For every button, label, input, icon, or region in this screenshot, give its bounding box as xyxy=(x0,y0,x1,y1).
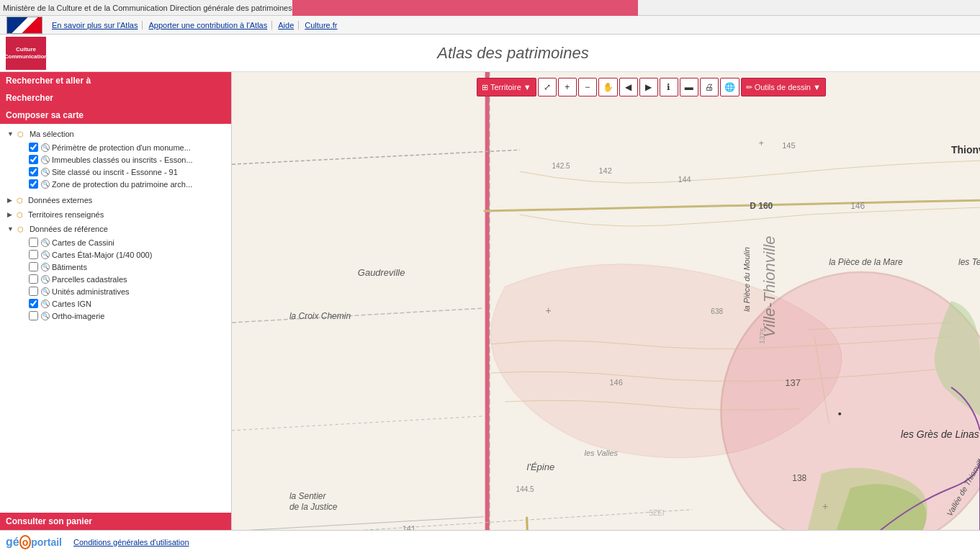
sidebar-tree-ma-selection[interactable]: ▼ ⬡ Ma sélection xyxy=(0,127,231,141)
svg-text:+: + xyxy=(545,305,551,316)
svg-text:Ville-Thionville: Ville-Thionville xyxy=(760,235,778,337)
ref-item-etatmajor[interactable]: 🔍 Cartes État-Major (1/40 000) xyxy=(0,248,231,261)
app-title: Atlas des patrimoines xyxy=(52,44,974,63)
ref-item-ortho-label: Ortho-imagerie xyxy=(52,312,104,320)
ref-item-cadastre[interactable]: 🔍 Parcelles cadastrales xyxy=(0,273,231,285)
checkbox-cassini[interactable] xyxy=(29,238,38,247)
republic-logo xyxy=(6,17,42,34)
svg-text:les Grès de Linas: les Grès de Linas xyxy=(901,428,979,440)
ref-item-unites[interactable]: 🔍 Unités administratives xyxy=(0,285,231,297)
territoire-icon: ⊞ xyxy=(482,83,488,92)
selection-item-label-0: Périmètre de protection d'un monume... xyxy=(52,143,191,152)
sidebar-ma-selection-label: Ma sélection xyxy=(30,130,74,138)
checkbox-site[interactable] xyxy=(29,167,38,176)
svg-point-52 xyxy=(838,413,841,415)
svg-text:146: 146 xyxy=(850,201,865,211)
map-canvas[interactable]: + + + Gaudreville la Croix Chemin Thionv… xyxy=(232,72,980,530)
geoportail-logo: gé o portail xyxy=(6,535,62,549)
search-icon-0: 🔍 xyxy=(41,143,50,152)
conditions-link[interactable]: Conditions générales d'utilisation xyxy=(73,538,189,547)
nav-link-aide[interactable]: Aide xyxy=(274,21,299,30)
checkbox-cadastre[interactable] xyxy=(29,274,38,284)
svg-text:la Pièce du Moulin: la Pièce du Moulin xyxy=(742,247,751,312)
selection-item-label-1: Immeubles classés ou inscrits - Esson... xyxy=(52,156,193,164)
expand-icon-externes: ▶ xyxy=(7,197,12,204)
next-button[interactable]: ▶ xyxy=(639,78,658,96)
extent-button[interactable]: ⤢ xyxy=(538,78,557,96)
pan-button[interactable]: ✋ xyxy=(598,78,618,96)
checkbox-etatmajor[interactable] xyxy=(29,250,38,259)
checkbox-ortho[interactable] xyxy=(29,311,38,320)
outils-dessin-button[interactable]: ✏ Outils de dessin ▼ xyxy=(741,78,826,96)
measure-button[interactable]: ▬ xyxy=(680,78,698,96)
territoire-button[interactable]: ⊞ Territoire ▼ xyxy=(477,78,536,96)
expand-icon-reference: ▼ xyxy=(7,225,14,233)
info-button[interactable]: ℹ xyxy=(660,78,678,96)
sidebar-donnees-reference[interactable]: ▼ ⬡ Données de référence xyxy=(0,222,231,236)
sidebar-selection-section: ▼ ⬡ Ma sélection 🔍 Périmètre de protecti… xyxy=(0,124,231,193)
sidebar-donnees-externes[interactable]: ▶ ⬡ Données externes xyxy=(0,193,231,207)
ref-item-ign[interactable]: 🔍 Cartes IGN xyxy=(0,297,231,310)
main-layout: Rechercher et aller à Rechercher Compose… xyxy=(0,72,980,530)
sidebar-composer[interactable]: Composer sa carte xyxy=(0,107,231,124)
geo-o-circle: o xyxy=(19,535,32,549)
checkbox-ign[interactable] xyxy=(29,299,38,308)
folder-icon-reference: ⬡ xyxy=(15,223,27,235)
map-area[interactable]: ⊞ Territoire ▼ ⤢ + − ✋ ◀ ▶ ℹ ▬ 🖨 🌐 ✏ Out… xyxy=(232,72,980,530)
sidebar-donnees-reference-label: Données de référence xyxy=(30,225,108,233)
ref-item-etatmajor-label: Cartes État-Major (1/40 000) xyxy=(52,251,152,259)
search-icon-unites: 🔍 xyxy=(41,287,50,296)
folder-icon-territoires: ⬡ xyxy=(14,209,25,220)
ref-item-batiments[interactable]: 🔍 Bâtiments xyxy=(0,261,231,273)
ministry-logo-text: Culture Communication xyxy=(4,46,48,60)
checkbox-batiments[interactable] xyxy=(29,262,38,271)
checkbox-unites[interactable] xyxy=(29,287,38,296)
svg-text:142: 142 xyxy=(599,166,612,175)
globe-button[interactable]: 🌐 xyxy=(720,78,740,96)
ref-item-batiments-label: Bâtiments xyxy=(52,263,87,271)
nav-bar: En savoir plus sur l'Atlas Apporter une … xyxy=(0,16,980,35)
search-icon-2: 🔍 xyxy=(41,168,50,176)
search-icon-etatmajor: 🔍 xyxy=(41,251,50,259)
sidebar-rechercher[interactable]: Rechercher xyxy=(0,89,231,107)
sidebar-rechercher-aller[interactable]: Rechercher et aller à xyxy=(0,72,231,89)
selection-item-label-3: Zone de protection du patrimoine arch... xyxy=(52,180,192,189)
zoom-out-button[interactable]: − xyxy=(578,78,597,96)
logo-flag xyxy=(6,16,43,35)
ref-item-ortho[interactable]: 🔍 Ortho-imagerie xyxy=(0,310,231,322)
svg-text:5ZEI: 5ZEI xyxy=(649,509,664,517)
territoire-arrow: ▼ xyxy=(523,83,531,91)
svg-text:+: + xyxy=(822,500,828,512)
zoom-in-button[interactable]: + xyxy=(558,78,577,96)
nav-link-culture[interactable]: Culture.fr xyxy=(300,21,341,30)
checkbox-perimetre[interactable] xyxy=(29,143,38,152)
checkbox-immeubles[interactable] xyxy=(29,155,38,164)
top-bar-accent xyxy=(292,0,638,16)
nav-link-contribution[interactable]: Apporter une contribution à l'Atlas xyxy=(144,21,272,30)
territoire-label: Territoire xyxy=(490,83,521,91)
prev-button[interactable]: ◀ xyxy=(619,78,638,96)
geo-g: gé xyxy=(6,536,19,549)
svg-text:la Sentier: la Sentier xyxy=(289,491,327,501)
svg-text:Thionville: Thionville xyxy=(951,144,980,156)
expand-icon-territoires: ▶ xyxy=(7,211,12,218)
selection-item-0[interactable]: 🔍 Périmètre de protection d'un monume... xyxy=(0,141,231,153)
selection-item-1[interactable]: 🔍 Immeubles classés ou inscrits - Esson.… xyxy=(0,153,231,166)
sidebar-territoires[interactable]: ▶ ⬡ Territoires renseignés xyxy=(0,207,231,222)
expand-icon-selection: ▼ xyxy=(7,130,14,138)
svg-text:137: 137 xyxy=(785,377,801,388)
checkbox-zone[interactable] xyxy=(29,179,38,189)
print-button[interactable]: 🖨 xyxy=(700,78,719,96)
selection-item-3[interactable]: 🔍 Zone de protection du patrimoine arch.… xyxy=(0,178,231,190)
ref-item-cassini[interactable]: 🔍 Cartes de Cassini xyxy=(0,236,231,248)
logo-area: Culture Communication Atlas des patrimoi… xyxy=(0,35,980,72)
svg-text:146: 146 xyxy=(609,378,622,387)
folder-icon-selection: ⬡ xyxy=(15,128,27,140)
selection-item-2[interactable]: 🔍 Site classé ou inscrit - Essonne - 91 xyxy=(0,166,231,178)
sidebar-consulter-panier[interactable]: Consulter son panier xyxy=(0,513,231,530)
outils-arrow: ▼ xyxy=(813,83,821,91)
search-icon-1: 🔍 xyxy=(41,156,50,164)
nav-link-atlas[interactable]: En savoir plus sur l'Atlas xyxy=(48,21,143,30)
svg-text:les Terreaux: les Terreaux xyxy=(958,257,980,267)
svg-text:la Croix Chemin: la Croix Chemin xyxy=(289,311,351,321)
